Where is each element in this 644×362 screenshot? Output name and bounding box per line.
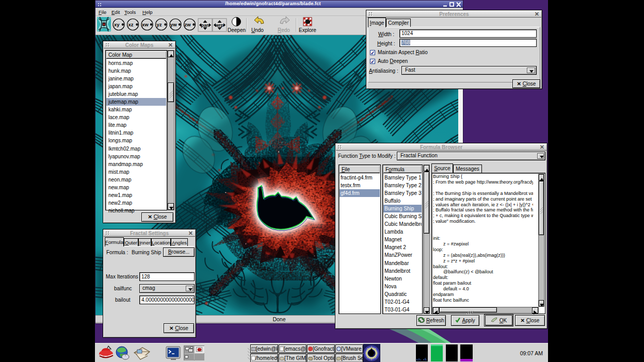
svg-text:Redo: Redo xyxy=(278,27,290,33)
svg-text:xw: xw xyxy=(142,22,149,27)
svg-text:pan: pan xyxy=(201,23,210,28)
svg-text:xy: xy xyxy=(114,22,120,27)
svg-text:xz: xz xyxy=(128,22,134,27)
svg-text:Deepen: Deepen xyxy=(228,27,246,33)
svg-text:Explore: Explore xyxy=(299,27,316,33)
svg-text:yw: yw xyxy=(170,22,177,27)
svg-text:yz: yz xyxy=(157,22,162,27)
svg-text:wrp: wrp xyxy=(215,23,224,28)
svg-text:Undo: Undo xyxy=(251,27,264,33)
svg-text:zw: zw xyxy=(185,22,191,27)
